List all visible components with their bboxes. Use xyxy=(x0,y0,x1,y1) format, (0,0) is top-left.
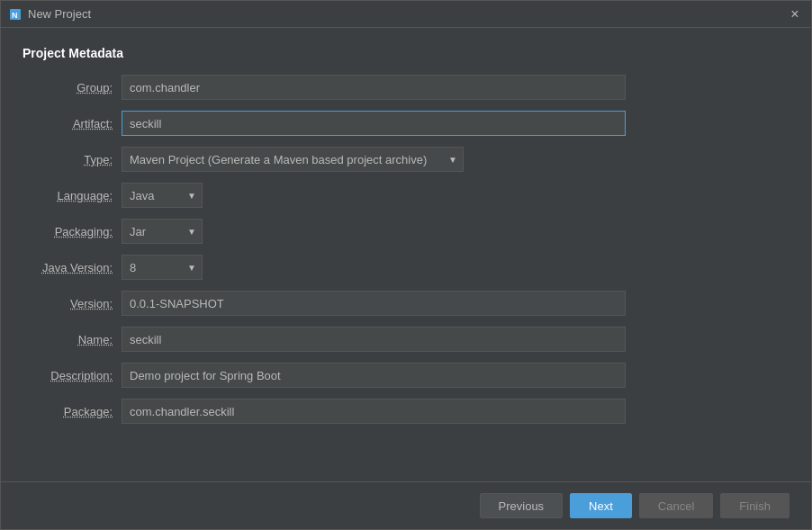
name-input[interactable] xyxy=(122,327,626,352)
java-version-row: Java Version: 8 11 17 ▼ xyxy=(23,255,789,280)
name-row: Name: xyxy=(23,327,789,352)
packaging-row: Packaging: Jar War ▼ xyxy=(23,219,789,244)
type-label: Type: xyxy=(23,153,122,166)
description-row: Description: xyxy=(23,363,789,388)
description-input[interactable] xyxy=(122,363,626,388)
group-row: Group: xyxy=(23,75,789,100)
section-title: Project Metadata xyxy=(23,46,789,60)
new-project-dialog: N New Project × Project Metadata Group: … xyxy=(0,0,812,530)
packaging-label: Packaging: xyxy=(23,225,122,238)
language-select-wrapper: Java Kotlin Groovy ▼ xyxy=(122,183,203,208)
finish-button[interactable]: Finish xyxy=(720,493,789,518)
package-label: Package: xyxy=(23,405,122,418)
packaging-select[interactable]: Jar War xyxy=(122,220,202,243)
type-select-wrapper: Maven Project (Generate a Maven based pr… xyxy=(122,147,464,172)
next-button[interactable]: Next xyxy=(570,493,632,518)
package-input[interactable] xyxy=(122,399,626,424)
language-row: Language: Java Kotlin Groovy ▼ xyxy=(23,183,789,208)
window-icon: N xyxy=(8,7,23,22)
type-row: Type: Maven Project (Generate a Maven ba… xyxy=(23,147,789,172)
close-button[interactable]: × xyxy=(786,5,804,23)
language-label: Language: xyxy=(23,189,122,202)
package-row: Package: xyxy=(23,399,789,424)
description-label: Description: xyxy=(23,369,122,382)
packaging-select-wrapper: Jar War ▼ xyxy=(122,219,203,244)
dialog-footer: Previous Next Cancel Finish xyxy=(1,481,811,529)
window-title: New Project xyxy=(28,7,786,21)
artifact-label: Artifact: xyxy=(23,117,122,130)
language-select[interactable]: Java Kotlin Groovy xyxy=(122,184,202,207)
title-bar: N New Project × xyxy=(1,1,811,28)
group-input[interactable] xyxy=(122,75,626,100)
cancel-button[interactable]: Cancel xyxy=(639,493,713,518)
name-label: Name: xyxy=(23,333,122,346)
previous-button[interactable]: Previous xyxy=(480,493,564,518)
version-input[interactable] xyxy=(122,291,626,316)
version-row: Version: xyxy=(23,291,789,316)
artifact-input[interactable] xyxy=(122,111,626,136)
type-select[interactable]: Maven Project (Generate a Maven based pr… xyxy=(122,148,463,171)
java-version-select-wrapper: 8 11 17 ▼ xyxy=(122,255,203,280)
java-version-label: Java Version: xyxy=(23,261,122,274)
group-label: Group: xyxy=(23,81,122,94)
svg-text:N: N xyxy=(12,11,18,20)
java-version-select[interactable]: 8 11 17 xyxy=(122,256,202,279)
version-label: Version: xyxy=(23,297,122,310)
artifact-row: Artifact: xyxy=(23,111,789,136)
form-content: Project Metadata Group: Artifact: Type: … xyxy=(1,28,811,481)
